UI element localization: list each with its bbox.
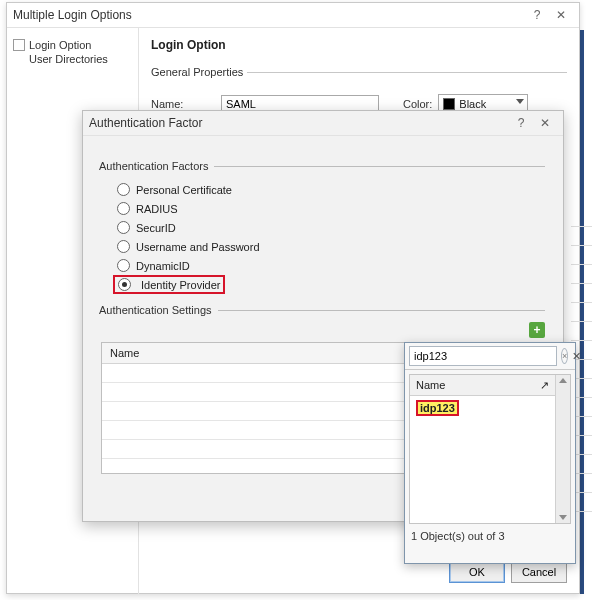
radio-identity-provider[interactable]: Identity Provider xyxy=(113,275,225,294)
radio-personal-certificate[interactable]: Personal Certificate xyxy=(101,180,545,199)
results-list: Name ↗ idp123 xyxy=(409,374,571,524)
radio-radius[interactable]: RADIUS xyxy=(101,199,545,218)
list-body: idp123 xyxy=(410,396,555,523)
group-authentication-factors: Authentication Factors Personal Certific… xyxy=(101,160,545,294)
group-legend: General Properties xyxy=(151,66,247,78)
titlebar: Authentication Factor ? ✕ xyxy=(83,111,563,136)
close-button[interactable]: ✕ xyxy=(549,8,573,22)
dialog-title: Authentication Factor xyxy=(89,116,509,130)
page-title: Login Option xyxy=(151,38,567,52)
add-button[interactable]: + xyxy=(529,322,545,338)
help-button[interactable]: ? xyxy=(525,8,549,22)
chevron-down-icon xyxy=(516,99,524,104)
radio-label: Personal Certificate xyxy=(136,184,232,196)
plus-icon: + xyxy=(533,323,540,337)
tree-expand-icon[interactable] xyxy=(13,39,25,51)
window-title: Multiple Login Options xyxy=(13,8,525,22)
radio-label: SecurID xyxy=(136,222,176,234)
radio-icon xyxy=(117,202,130,215)
clear-search-icon[interactable]: × xyxy=(561,348,568,364)
ok-button[interactable]: OK xyxy=(449,561,505,583)
radio-username-password[interactable]: Username and Password xyxy=(101,237,545,256)
group-legend: Authentication Settings xyxy=(99,304,218,316)
cancel-button[interactable]: Cancel xyxy=(511,561,567,583)
titlebar: Multiple Login Options ? ✕ xyxy=(7,3,579,28)
color-swatch-icon xyxy=(443,98,455,110)
tree-item-label: Login Option xyxy=(29,39,91,51)
radio-label: Username and Password xyxy=(136,241,260,253)
radio-icon xyxy=(118,278,131,291)
radio-icon xyxy=(117,240,130,253)
scrollbar[interactable] xyxy=(555,375,570,523)
radio-label: Identity Provider xyxy=(141,279,220,291)
footer-buttons: OK Cancel xyxy=(449,561,567,583)
radio-label: DynamicID xyxy=(136,260,190,272)
tree-item-login-option[interactable]: Login Option xyxy=(13,38,132,52)
status-text: 1 Object(s) out of 3 xyxy=(405,528,575,544)
radio-icon xyxy=(117,221,130,234)
tree-item-label: User Directories xyxy=(29,53,108,65)
radio-dynamicid[interactable]: DynamicID xyxy=(101,256,545,275)
search-input[interactable] xyxy=(409,346,557,366)
label-color: Color: xyxy=(403,98,432,110)
radio-securid[interactable]: SecurID xyxy=(101,218,545,237)
radio-label: RADIUS xyxy=(136,203,178,215)
object-picker-popup: × ✕ Name ↗ idp123 1 Object(s) out of 3 xyxy=(404,342,576,564)
radio-icon xyxy=(117,183,130,196)
radio-icon xyxy=(117,259,130,272)
color-value: Black xyxy=(459,98,486,110)
close-button[interactable]: ✕ xyxy=(533,116,557,130)
sort-icon[interactable]: ↗ xyxy=(540,379,549,392)
help-button[interactable]: ? xyxy=(509,116,533,130)
group-legend: Authentication Factors xyxy=(99,160,214,172)
label-name: Name: xyxy=(151,98,215,110)
tree-item-user-directories[interactable]: User Directories xyxy=(13,52,132,66)
list-header[interactable]: Name ↗ xyxy=(410,375,555,396)
list-item[interactable]: idp123 xyxy=(416,400,459,416)
close-button[interactable]: ✕ xyxy=(572,350,581,363)
list-item-label: idp123 xyxy=(420,402,455,414)
column-name: Name xyxy=(416,379,445,391)
search-bar: × ✕ xyxy=(405,343,575,370)
